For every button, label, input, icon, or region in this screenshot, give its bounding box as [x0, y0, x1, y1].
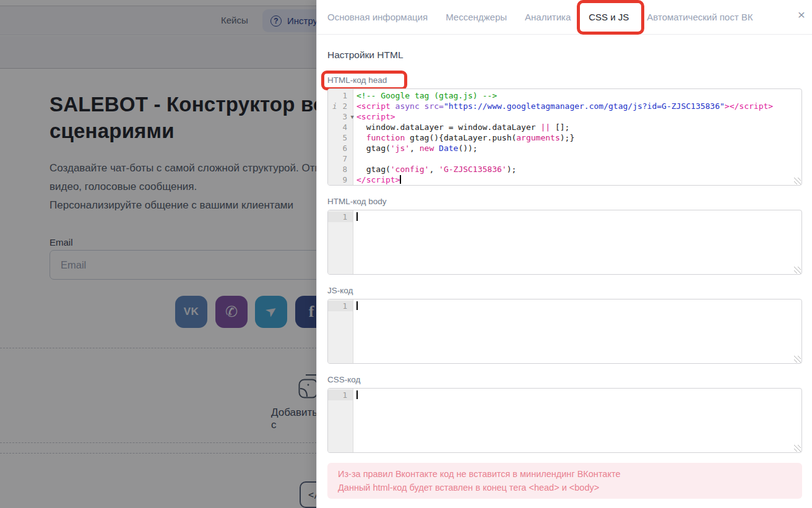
close-icon[interactable]: ×	[798, 8, 805, 21]
tab-css-js[interactable]: CSS и JS	[589, 12, 629, 22]
html-head-code-editor[interactable]: 1i23▼456789 <!-- Google tag (gtag.js) --…	[327, 88, 802, 186]
section-css: CSS-код 1	[327, 374, 802, 453]
tab-main-info[interactable]: Основная информация	[327, 12, 428, 22]
editor-content[interactable]	[353, 299, 801, 363]
editor-gutter: 1i23▼456789	[328, 89, 353, 185]
tab-vk-autopost[interactable]: Автоматический пост ВК	[647, 12, 753, 22]
editor-gutter: 1	[328, 210, 353, 274]
editor-content[interactable]	[353, 389, 801, 452]
editor-content[interactable]: <!-- Google tag (gtag.js) --><script asy…	[353, 89, 801, 185]
modal-tabs: Основная информация Мессенджеры Аналитик…	[317, 0, 812, 35]
warning-line-1: Из-за правил Вконтакте код не вставится …	[338, 467, 792, 481]
editor-gutter: 1	[328, 299, 353, 363]
html-body-label: HTML-код body	[327, 197, 386, 206]
modal-body: Настройки HTML HTML-код head 1i23▼456789…	[317, 35, 812, 508]
css-code-label: CSS-код	[327, 375, 360, 384]
section-html-body: HTML-код body 1	[327, 196, 802, 275]
resize-grip-icon[interactable]	[794, 267, 801, 273]
html-body-code-editor[interactable]: 1	[327, 210, 802, 275]
settings-modal: Основная информация Мессенджеры Аналитик…	[316, 0, 812, 508]
resize-grip-icon[interactable]	[794, 356, 801, 363]
section-js: JS-код 1	[327, 285, 802, 364]
editor-gutter: 1	[328, 389, 353, 452]
section-html-head: HTML-код head 1i23▼456789 <!-- Google ta…	[327, 74, 802, 186]
tab-messengers[interactable]: Мессенджеры	[446, 12, 507, 22]
tab-analytics[interactable]: Аналитика	[525, 12, 571, 22]
vk-warning-box: Из-за правил Вконтакте код не вставится …	[327, 463, 802, 499]
html-head-label: HTML-код head	[327, 75, 387, 85]
warning-line-2: Данный html-код будет вставлен в конец т…	[338, 481, 792, 494]
modal-backdrop[interactable]	[0, 0, 317, 508]
modal-title: Настройки HTML	[327, 50, 802, 61]
js-code-label: JS-код	[327, 286, 353, 295]
js-code-editor[interactable]: 1	[327, 299, 802, 364]
resize-grip-icon[interactable]	[794, 445, 801, 452]
app-window: Кейсы ? Инстру SALEBOT - Конструктор вор…	[0, 0, 812, 508]
css-code-editor[interactable]: 1	[327, 388, 802, 453]
editor-content[interactable]	[353, 210, 801, 274]
resize-grip-icon[interactable]	[794, 178, 801, 184]
